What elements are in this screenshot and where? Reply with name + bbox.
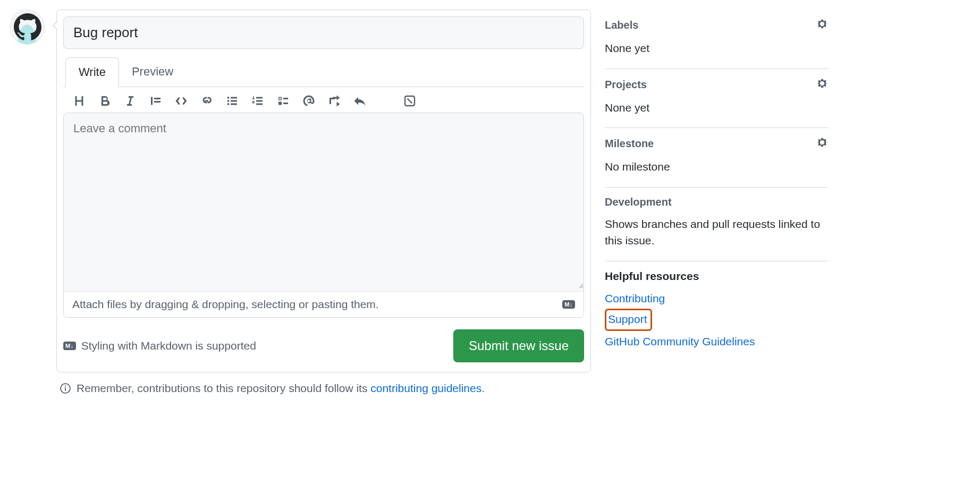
projects-title: Projects bbox=[605, 79, 647, 91]
helpful-link-community[interactable]: GitHub Community Guidelines bbox=[605, 333, 828, 350]
helpful-link-contributing[interactable]: Contributing bbox=[605, 290, 828, 307]
svg-point-1 bbox=[227, 100, 230, 102]
contributing-reminder: Remember, contributions to this reposito… bbox=[56, 382, 591, 395]
sidebar-section-projects: Projects None yet bbox=[605, 69, 828, 129]
link-icon[interactable] bbox=[200, 95, 213, 107]
attach-row[interactable]: Attach files by dragging & dropping, sel… bbox=[64, 291, 584, 317]
markdown-badge-icon[interactable]: M↓ bbox=[562, 300, 575, 309]
markdown-support-label: Styling with Markdown is supported bbox=[81, 339, 256, 352]
helpful-title: Helpful resources bbox=[605, 270, 828, 283]
markdown-icon: M↓ bbox=[63, 342, 76, 350]
svg-point-0 bbox=[227, 97, 230, 99]
box-caret bbox=[48, 21, 57, 30]
gear-icon[interactable] bbox=[816, 18, 828, 32]
heading-icon[interactable] bbox=[73, 95, 86, 107]
labels-value: None yet bbox=[605, 40, 828, 57]
gear-icon[interactable] bbox=[816, 78, 828, 92]
italic-icon[interactable] bbox=[124, 95, 137, 107]
saved-replies-icon[interactable] bbox=[403, 95, 416, 107]
projects-value: None yet bbox=[605, 99, 828, 116]
editor-tabs: Write Preview bbox=[65, 57, 584, 87]
quote-icon[interactable] bbox=[149, 95, 162, 107]
support-highlight: Support bbox=[605, 309, 652, 331]
code-icon[interactable] bbox=[175, 95, 188, 107]
avatar[interactable] bbox=[10, 10, 45, 45]
gear-icon[interactable] bbox=[816, 137, 828, 151]
sidebar: Labels None yet Projects None yet Milest… bbox=[605, 10, 828, 395]
remember-prefix: Remember, contributions to this reposito… bbox=[77, 382, 370, 394]
octocat-icon bbox=[14, 13, 41, 41]
task-list-icon[interactable] bbox=[277, 95, 290, 107]
tab-write[interactable]: Write bbox=[65, 57, 119, 87]
contributing-guidelines-link[interactable]: contributing guidelines bbox=[370, 382, 481, 394]
milestone-value: No milestone bbox=[605, 158, 828, 175]
tab-preview[interactable]: Preview bbox=[119, 57, 186, 87]
milestone-title: Milestone bbox=[605, 138, 654, 150]
cross-reference-icon[interactable] bbox=[328, 95, 341, 107]
attach-hint: Attach files by dragging & dropping, sel… bbox=[72, 298, 379, 311]
bold-icon[interactable] bbox=[98, 95, 111, 107]
remember-suffix: . bbox=[481, 382, 485, 394]
comment-textarea[interactable] bbox=[64, 113, 584, 288]
info-icon bbox=[60, 382, 71, 394]
development-title: Development bbox=[605, 196, 672, 208]
sidebar-section-development: Development Shows branches and pull requ… bbox=[605, 188, 828, 261]
comment-textarea-wrap: Attach files by dragging & dropping, sel… bbox=[63, 113, 584, 318]
labels-title: Labels bbox=[605, 19, 638, 31]
reply-icon[interactable] bbox=[353, 95, 366, 107]
sidebar-section-labels: Labels None yet bbox=[605, 10, 828, 69]
development-value: Shows branches and pull requests linked … bbox=[605, 216, 828, 249]
bullet-list-icon[interactable] bbox=[226, 95, 239, 107]
sidebar-section-milestone: Milestone No milestone bbox=[605, 128, 828, 188]
formatting-toolbar bbox=[63, 87, 584, 113]
numbered-list-icon[interactable] bbox=[251, 95, 264, 107]
svg-point-2 bbox=[227, 103, 230, 105]
helpful-link-support[interactable]: Support bbox=[608, 313, 647, 325]
comment-box: Write Preview bbox=[56, 10, 591, 372]
markdown-support-hint[interactable]: M↓ Styling with Markdown is supported bbox=[63, 339, 256, 352]
sidebar-section-helpful: Helpful resources Contributing Support G… bbox=[605, 261, 828, 362]
mention-icon[interactable] bbox=[302, 95, 315, 107]
submit-new-issue-button[interactable]: Submit new issue bbox=[453, 329, 584, 362]
issue-title-input[interactable] bbox=[63, 16, 584, 49]
